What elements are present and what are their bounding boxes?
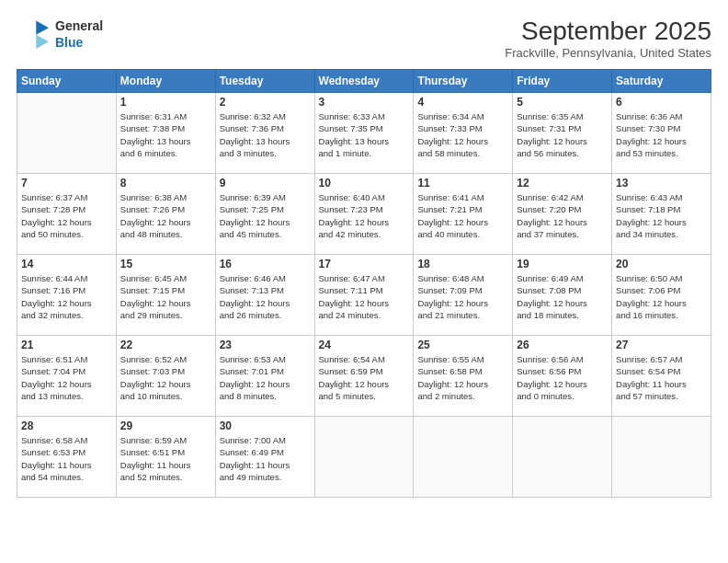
day-number: 6 <box>616 96 707 109</box>
day-number: 15 <box>120 258 211 270</box>
calendar-cell: 17Sunrise: 6:47 AMSunset: 7:11 PMDayligh… <box>314 255 414 336</box>
calendar-cell: 15Sunrise: 6:45 AMSunset: 7:15 PMDayligh… <box>116 255 215 336</box>
location: Frackville, Pennsylvania, United States <box>505 46 711 60</box>
calendar-cell <box>314 417 414 498</box>
day-info: Sunrise: 6:33 AMSunset: 7:35 PMDaylight:… <box>319 110 410 159</box>
day-info: Sunrise: 6:46 AMSunset: 7:13 PMDaylight:… <box>220 272 311 321</box>
day-number: 24 <box>319 339 410 351</box>
calendar-cell: 23Sunrise: 6:53 AMSunset: 7:01 PMDayligh… <box>215 336 314 417</box>
col-friday: Friday <box>513 70 612 93</box>
svg-marker-2 <box>36 35 49 49</box>
col-monday: Monday <box>116 70 215 93</box>
calendar-cell <box>17 93 117 174</box>
calendar-cell <box>612 417 711 498</box>
day-number: 25 <box>417 339 508 351</box>
calendar-cell: 1Sunrise: 6:31 AMSunset: 7:38 PMDaylight… <box>116 93 215 174</box>
day-info: Sunrise: 6:52 AMSunset: 7:03 PMDaylight:… <box>120 353 211 402</box>
calendar-cell: 20Sunrise: 6:50 AMSunset: 7:06 PMDayligh… <box>612 255 711 336</box>
day-info: Sunrise: 6:35 AMSunset: 7:31 PMDaylight:… <box>517 110 608 159</box>
calendar-cell: 22Sunrise: 6:52 AMSunset: 7:03 PMDayligh… <box>116 336 215 417</box>
calendar-cell: 29Sunrise: 6:59 AMSunset: 6:51 PMDayligh… <box>116 417 215 498</box>
day-info: Sunrise: 6:57 AMSunset: 6:54 PMDaylight:… <box>616 353 707 402</box>
col-sunday: Sunday <box>17 70 117 93</box>
day-number: 16 <box>220 258 311 270</box>
day-info: Sunrise: 6:37 AMSunset: 7:28 PMDaylight:… <box>21 191 112 240</box>
calendar-cell: 3Sunrise: 6:33 AMSunset: 7:35 PMDaylight… <box>314 93 414 174</box>
col-tuesday: Tuesday <box>215 70 314 93</box>
calendar-cell: 19Sunrise: 6:49 AMSunset: 7:08 PMDayligh… <box>513 255 612 336</box>
day-info: Sunrise: 6:39 AMSunset: 7:25 PMDaylight:… <box>220 191 311 240</box>
day-number: 9 <box>220 177 311 190</box>
day-number: 3 <box>319 96 410 109</box>
calendar-cell: 14Sunrise: 6:44 AMSunset: 7:16 PMDayligh… <box>17 255 117 336</box>
day-info: Sunrise: 6:43 AMSunset: 7:18 PMDaylight:… <box>616 191 707 240</box>
calendar-cell: 27Sunrise: 6:57 AMSunset: 6:54 PMDayligh… <box>612 336 711 417</box>
calendar-cell: 11Sunrise: 6:41 AMSunset: 7:21 PMDayligh… <box>414 174 513 255</box>
day-info: Sunrise: 6:40 AMSunset: 7:23 PMDaylight:… <box>319 191 410 240</box>
calendar-cell <box>513 417 612 498</box>
calendar-cell: 9Sunrise: 6:39 AMSunset: 7:25 PMDaylight… <box>215 174 314 255</box>
day-number: 30 <box>220 419 311 432</box>
calendar-header-row: Sunday Monday Tuesday Wednesday Thursday… <box>17 70 711 93</box>
day-info: Sunrise: 6:49 AMSunset: 7:08 PMDaylight:… <box>517 272 608 321</box>
day-number: 2 <box>220 96 311 109</box>
day-number: 19 <box>517 258 608 270</box>
day-number: 1 <box>120 96 211 109</box>
day-info: Sunrise: 6:38 AMSunset: 7:26 PMDaylight:… <box>120 191 211 240</box>
calendar-cell: 8Sunrise: 6:38 AMSunset: 7:26 PMDaylight… <box>116 174 215 255</box>
calendar-cell <box>414 417 513 498</box>
calendar-cell: 10Sunrise: 6:40 AMSunset: 7:23 PMDayligh… <box>314 174 414 255</box>
day-number: 13 <box>616 177 707 190</box>
calendar-cell: 21Sunrise: 6:51 AMSunset: 7:04 PMDayligh… <box>17 336 117 417</box>
day-info: Sunrise: 6:59 AMSunset: 6:51 PMDaylight:… <box>120 434 211 483</box>
calendar-cell: 12Sunrise: 6:42 AMSunset: 7:20 PMDayligh… <box>513 174 612 255</box>
day-number: 20 <box>616 258 707 270</box>
day-number: 10 <box>319 177 410 190</box>
svg-rect-0 <box>17 17 51 52</box>
col-saturday: Saturday <box>612 70 711 93</box>
day-number: 22 <box>120 339 211 351</box>
day-info: Sunrise: 6:31 AMSunset: 7:38 PMDaylight:… <box>120 110 211 159</box>
day-number: 4 <box>417 96 508 109</box>
day-number: 21 <box>21 339 112 351</box>
calendar-week-row: 21Sunrise: 6:51 AMSunset: 7:04 PMDayligh… <box>17 336 711 417</box>
day-number: 17 <box>319 258 410 270</box>
day-info: Sunrise: 6:48 AMSunset: 7:09 PMDaylight:… <box>417 272 508 321</box>
day-info: Sunrise: 6:58 AMSunset: 6:53 PMDaylight:… <box>21 434 112 483</box>
day-number: 5 <box>517 96 608 109</box>
calendar-cell: 4Sunrise: 6:34 AMSunset: 7:33 PMDaylight… <box>414 93 513 174</box>
day-info: Sunrise: 6:51 AMSunset: 7:04 PMDaylight:… <box>21 353 112 402</box>
day-info: Sunrise: 6:34 AMSunset: 7:33 PMDaylight:… <box>417 110 508 159</box>
day-info: Sunrise: 6:36 AMSunset: 7:30 PMDaylight:… <box>616 110 707 159</box>
day-number: 18 <box>417 258 508 270</box>
calendar-week-row: 1Sunrise: 6:31 AMSunset: 7:38 PMDaylight… <box>17 93 711 174</box>
calendar-cell: 30Sunrise: 7:00 AMSunset: 6:49 PMDayligh… <box>215 417 314 498</box>
calendar-cell: 25Sunrise: 6:55 AMSunset: 6:58 PMDayligh… <box>414 336 513 417</box>
calendar-cell: 6Sunrise: 6:36 AMSunset: 7:30 PMDaylight… <box>612 93 711 174</box>
day-info: Sunrise: 6:54 AMSunset: 6:59 PMDaylight:… <box>319 353 410 402</box>
month-title: September 2025 <box>505 17 711 46</box>
day-number: 26 <box>517 339 608 351</box>
calendar-week-row: 7Sunrise: 6:37 AMSunset: 7:28 PMDaylight… <box>17 174 711 255</box>
page-header: General Blue September 2025 Frackville, … <box>17 17 711 60</box>
calendar-cell: 28Sunrise: 6:58 AMSunset: 6:53 PMDayligh… <box>17 417 117 498</box>
calendar-cell: 18Sunrise: 6:48 AMSunset: 7:09 PMDayligh… <box>414 255 513 336</box>
day-number: 28 <box>21 419 112 432</box>
calendar-cell: 16Sunrise: 6:46 AMSunset: 7:13 PMDayligh… <box>215 255 314 336</box>
day-info: Sunrise: 6:41 AMSunset: 7:21 PMDaylight:… <box>417 191 508 240</box>
day-info: Sunrise: 6:47 AMSunset: 7:11 PMDaylight:… <box>319 272 410 321</box>
day-number: 7 <box>21 177 112 190</box>
day-info: Sunrise: 6:42 AMSunset: 7:20 PMDaylight:… <box>517 191 608 240</box>
day-info: Sunrise: 6:50 AMSunset: 7:06 PMDaylight:… <box>616 272 707 321</box>
calendar-cell: 26Sunrise: 6:56 AMSunset: 6:56 PMDayligh… <box>513 336 612 417</box>
day-info: Sunrise: 7:00 AMSunset: 6:49 PMDaylight:… <box>220 434 311 483</box>
calendar-cell: 5Sunrise: 6:35 AMSunset: 7:31 PMDaylight… <box>513 93 612 174</box>
calendar-cell: 7Sunrise: 6:37 AMSunset: 7:28 PMDaylight… <box>17 174 117 255</box>
calendar-cell: 24Sunrise: 6:54 AMSunset: 6:59 PMDayligh… <box>314 336 414 417</box>
day-number: 12 <box>517 177 608 190</box>
day-number: 23 <box>220 339 311 351</box>
col-wednesday: Wednesday <box>314 70 414 93</box>
logo-text: General Blue <box>55 17 103 51</box>
day-info: Sunrise: 6:53 AMSunset: 7:01 PMDaylight:… <box>220 353 311 402</box>
day-info: Sunrise: 6:32 AMSunset: 7:36 PMDaylight:… <box>220 110 311 159</box>
